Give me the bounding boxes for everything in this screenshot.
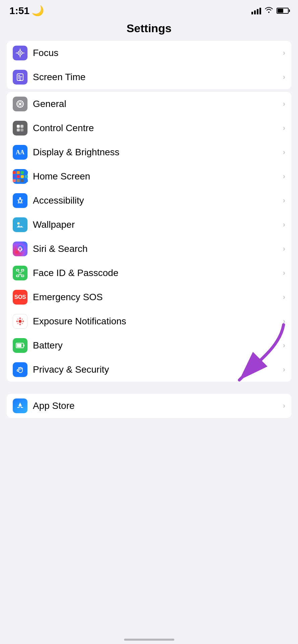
screen-time-label: Screen Time — [33, 72, 283, 83]
display-brightness-icon: AA — [13, 145, 27, 160]
app-store-label: App Store — [33, 400, 283, 411]
sidebar-item-home-screen[interactable]: Home Screen › — [7, 164, 291, 189]
svg-point-1 — [19, 52, 21, 54]
sidebar-item-wallpaper[interactable]: Wallpaper › — [7, 213, 291, 237]
main-section: General › Control Centre › AA Display & … — [7, 92, 291, 382]
control-centre-chevron: › — [283, 124, 285, 132]
control-centre-icon — [13, 121, 27, 136]
svg-rect-21 — [16, 269, 19, 271]
sidebar-item-focus[interactable]: Focus › — [7, 41, 291, 65]
svg-rect-10 — [17, 125, 20, 128]
screen-time-chevron: › — [283, 73, 285, 82]
sidebar-item-app-store[interactable]: App Store › — [7, 394, 291, 418]
exposure-notifications-chevron: › — [283, 317, 285, 326]
homescreen-grid — [13, 171, 28, 182]
siri-icon — [13, 241, 27, 256]
status-time: 1:51 🌙 — [9, 5, 44, 16]
svg-rect-12 — [17, 128, 20, 131]
battery-fill — [278, 9, 283, 13]
svg-point-34 — [22, 323, 23, 324]
svg-point-9 — [19, 103, 21, 105]
sidebar-item-face-id[interactable]: Face ID & Passcode › — [7, 261, 291, 285]
svg-point-30 — [22, 321, 24, 322]
app-store-chevron: › — [283, 401, 285, 410]
svg-point-15 — [19, 197, 21, 199]
top-section: Focus › Screen Time › — [7, 41, 291, 89]
siri-search-chevron: › — [283, 245, 285, 253]
signal-bar-1 — [251, 12, 253, 14]
svg-rect-37 — [23, 344, 24, 346]
wallpaper-chevron: › — [283, 220, 285, 229]
wallpaper-icon — [13, 217, 27, 232]
sidebar-item-siri-search[interactable]: Siri & Search › — [7, 237, 291, 261]
battery-chevron: › — [283, 341, 285, 350]
svg-rect-36 — [17, 344, 21, 347]
sidebar-item-privacy-security[interactable]: Privacy & Security › — [7, 358, 291, 382]
sidebar-item-general[interactable]: General › — [7, 92, 291, 116]
svg-rect-13 — [20, 128, 23, 131]
svg-text:AA: AA — [16, 149, 24, 156]
wifi-icon — [264, 6, 273, 15]
control-centre-label: Control Centre — [33, 123, 283, 133]
exposure-notifications-label: Exposure Notifications — [33, 316, 283, 327]
exposure-notifications-icon — [13, 314, 27, 329]
accessibility-label: Accessibility — [33, 195, 283, 206]
sidebar-item-display-brightness[interactable]: AA Display & Brightness › — [7, 140, 291, 164]
svg-rect-11 — [20, 125, 23, 128]
battery-row-icon — [13, 338, 27, 353]
face-id-icon — [13, 266, 27, 280]
privacy-security-label: Privacy & Security — [33, 364, 283, 375]
svg-rect-7 — [19, 79, 21, 80]
svg-point-17 — [18, 222, 19, 224]
wallpaper-label: Wallpaper — [33, 219, 283, 230]
page-title: Settings — [0, 18, 298, 41]
sidebar-item-control-centre[interactable]: Control Centre › — [7, 116, 291, 140]
privacy-security-icon — [13, 362, 27, 377]
general-label: General — [33, 99, 283, 109]
screen-time-icon — [13, 70, 27, 85]
general-chevron: › — [283, 100, 285, 108]
home-indicator — [124, 639, 174, 641]
focus-chevron: › — [283, 49, 285, 57]
svg-point-29 — [16, 321, 18, 322]
app-store-icon — [13, 398, 27, 413]
emergency-sos-chevron: › — [283, 293, 285, 302]
svg-point-33 — [17, 323, 19, 324]
display-brightness-chevron: › — [283, 148, 285, 157]
home-screen-icon — [13, 169, 27, 184]
sidebar-item-accessibility[interactable]: Accessibility › — [7, 189, 291, 213]
emergency-sos-icon: SOS — [13, 290, 27, 305]
privacy-security-chevron: › — [283, 365, 285, 374]
sidebar-item-emergency-sos[interactable]: SOS Emergency SOS › — [7, 285, 291, 309]
signal-bar-4 — [259, 8, 261, 14]
accessibility-chevron: › — [283, 196, 285, 205]
svg-point-32 — [22, 319, 23, 320]
accessibility-icon — [13, 193, 27, 208]
sidebar-item-battery[interactable]: Battery › — [7, 333, 291, 358]
focus-icon — [13, 46, 27, 60]
svg-point-28 — [19, 324, 21, 325]
svg-point-31 — [17, 319, 19, 320]
time-display: 1:51 — [9, 5, 29, 16]
display-brightness-label: Display & Brightness — [33, 147, 283, 158]
face-id-chevron: › — [283, 269, 285, 277]
svg-rect-22 — [21, 269, 24, 271]
svg-point-26 — [19, 320, 22, 323]
svg-rect-24 — [21, 275, 24, 277]
sidebar-item-exposure-notifications[interactable]: Exposure Notifications › — [7, 309, 291, 333]
signal-bars — [251, 7, 261, 14]
svg-point-27 — [19, 318, 21, 319]
focus-label: Focus — [33, 48, 283, 58]
status-bar: 1:51 🌙 — [0, 0, 298, 18]
moon-icon: 🌙 — [32, 5, 44, 16]
status-right — [251, 6, 289, 15]
siri-search-label: Siri & Search — [33, 244, 283, 254]
sidebar-item-screen-time[interactable]: Screen Time › — [7, 65, 291, 89]
home-screen-chevron: › — [283, 172, 285, 181]
battery-label: Battery — [33, 340, 283, 351]
home-screen-label: Home Screen — [33, 171, 283, 182]
bottom-section: App Store › — [7, 394, 291, 418]
svg-rect-23 — [16, 275, 19, 277]
general-icon — [13, 97, 27, 111]
face-id-label: Face ID & Passcode — [33, 268, 283, 278]
